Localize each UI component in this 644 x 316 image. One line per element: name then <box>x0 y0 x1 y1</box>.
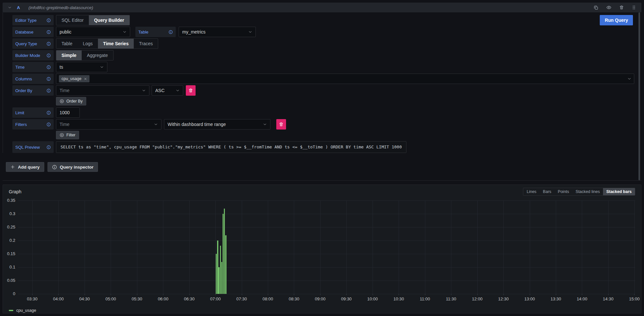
gridline-v <box>32 200 33 294</box>
gridline-v <box>556 200 556 294</box>
hide-query-icon[interactable] <box>606 5 611 10</box>
remove-filter-button[interactable] <box>276 119 286 130</box>
delete-query-icon[interactable] <box>619 5 624 10</box>
info-icon[interactable] <box>47 18 51 22</box>
builder-mode-row: Builder Mode Simple Aggregate <box>12 50 641 61</box>
mode-points[interactable]: Points <box>555 188 572 195</box>
order-by-direction-select[interactable]: ASC <box>152 85 183 96</box>
collapse-query-icon[interactable] <box>8 6 12 9</box>
chevron-down-icon <box>123 30 127 34</box>
tab-sql-editor[interactable]: SQL Editor <box>56 15 89 25</box>
filter-column-select[interactable]: Time <box>56 119 161 130</box>
x-axis-tick <box>320 294 321 295</box>
mode-bars[interactable]: Bars <box>540 188 555 195</box>
x-axis-label: 09:00 <box>315 296 326 301</box>
chip-label: cpu_usage <box>62 76 81 81</box>
info-icon[interactable] <box>47 89 51 93</box>
legend-label[interactable]: cpu_usage <box>16 308 36 313</box>
duplicate-query-icon[interactable] <box>594 5 598 10</box>
run-query-button[interactable]: Run Query <box>600 15 633 25</box>
select-value: public <box>60 29 120 34</box>
tab-table[interactable]: Table <box>56 39 77 48</box>
x-axis-tick <box>242 294 242 295</box>
x-axis-tick <box>268 294 268 295</box>
info-icon[interactable] <box>47 65 51 69</box>
query-ref-id: A <box>17 5 20 10</box>
plot-area[interactable] <box>18 200 635 294</box>
trash-icon <box>188 88 193 93</box>
order-by-column-select[interactable]: Time <box>56 85 149 96</box>
x-axis-tick <box>58 294 59 295</box>
x-axis-label: 10:30 <box>393 296 404 301</box>
gridline-v <box>189 200 190 294</box>
info-icon[interactable] <box>47 111 51 115</box>
plus-icon <box>10 165 15 169</box>
info-icon[interactable] <box>47 77 51 81</box>
gridline-v <box>608 200 609 294</box>
tab-logs[interactable]: Logs <box>77 39 98 48</box>
bar-cpu_usage <box>216 254 217 294</box>
tab-time-series[interactable]: Time Series <box>98 39 134 48</box>
circle-plus-icon <box>60 99 64 103</box>
field-label-columns: Columns <box>12 74 54 84</box>
info-icon[interactable] <box>47 145 51 149</box>
select-value: my_metrics <box>182 29 246 34</box>
add-order-by-row: Order By <box>56 97 641 105</box>
x-axis-tick <box>425 294 425 295</box>
columns-multiselect[interactable]: cpu_usage <box>56 74 634 84</box>
query-inspector-button[interactable]: Query inspector <box>48 162 98 172</box>
grafana-panel-editor: A (info8fcc-greptimedb-datasource) Run Q… <box>0 0 644 316</box>
y-axis-label: 0.1 <box>3 265 15 270</box>
tab-simple[interactable]: Simple <box>56 50 82 60</box>
x-axis-label: 11:00 <box>420 296 430 301</box>
add-query-button[interactable]: Add query <box>6 162 44 172</box>
x-axis-label: 14:00 <box>577 296 587 301</box>
bar-cpu_usage <box>225 235 226 294</box>
info-icon[interactable] <box>169 30 173 34</box>
filter-condition-select[interactable]: Within dashboard time range <box>164 119 270 130</box>
query-row-header[interactable]: A (info8fcc-greptimedb-datasource) <box>3 3 641 12</box>
datasource-name: (info8fcc-greptimedb-datasource) <box>28 5 93 10</box>
x-axis-labels: 03:3004:0004:3005:0005:3006:0006:3007:00… <box>18 296 635 304</box>
add-order-by-button[interactable]: Order By <box>56 97 86 105</box>
database-select[interactable]: public <box>56 27 130 37</box>
mode-stacked-lines[interactable]: Stacked lines <box>572 188 603 195</box>
x-axis-label: 08:00 <box>263 296 273 301</box>
chevron-down-icon <box>263 122 267 126</box>
limit-input[interactable] <box>56 107 80 118</box>
trash-icon <box>279 122 283 127</box>
bar-cpu_usage <box>217 240 218 294</box>
time-column-select[interactable]: ts <box>56 62 107 72</box>
info-icon[interactable] <box>47 122 51 127</box>
info-icon[interactable] <box>47 30 51 34</box>
add-filter-button[interactable]: Filter <box>56 131 79 139</box>
drag-handle-icon[interactable] <box>632 5 636 10</box>
sql-preview-row: SQL Preview SELECT ts as "time", cpu_usa… <box>12 141 641 153</box>
scrollbar-thumb[interactable] <box>638 12 640 180</box>
legend: cpu_usage <box>9 308 641 313</box>
x-axis-tick <box>582 294 582 295</box>
x-axis-tick <box>634 294 635 295</box>
remove-column-icon[interactable] <box>84 77 87 80</box>
x-axis-label: 08:30 <box>289 296 299 301</box>
field-label-sql-preview: SQL Preview <box>12 141 54 153</box>
field-label-order-by: Order By <box>12 85 54 96</box>
x-axis-tick <box>294 294 294 295</box>
x-axis-label: 05:00 <box>105 296 116 301</box>
tab-aggregate[interactable]: Aggregate <box>82 50 113 60</box>
info-icon[interactable] <box>47 53 51 58</box>
sql-preview-text: SELECT ts as "time", cpu_usage FROM "pub… <box>61 144 402 149</box>
remove-order-by-button[interactable] <box>186 85 196 96</box>
tab-query-builder[interactable]: Query Builder <box>89 15 130 25</box>
tab-traces[interactable]: Traces <box>134 39 158 48</box>
x-axis-label: 14:30 <box>603 296 614 301</box>
mode-lines[interactable]: Lines <box>523 188 540 195</box>
graph-panel: Graph Lines Bars Points Stacked lines St… <box>3 185 641 313</box>
mode-stacked-bars[interactable]: Stacked bars <box>603 188 635 195</box>
field-label-builder-mode: Builder Mode <box>12 50 54 61</box>
info-icon[interactable] <box>47 42 51 46</box>
gridline-v <box>111 200 111 294</box>
graph-panel-header: Graph Lines Bars Points Stacked lines St… <box>3 188 641 196</box>
select-placeholder: Time <box>60 122 151 127</box>
table-select[interactable]: my_metrics <box>179 27 256 37</box>
